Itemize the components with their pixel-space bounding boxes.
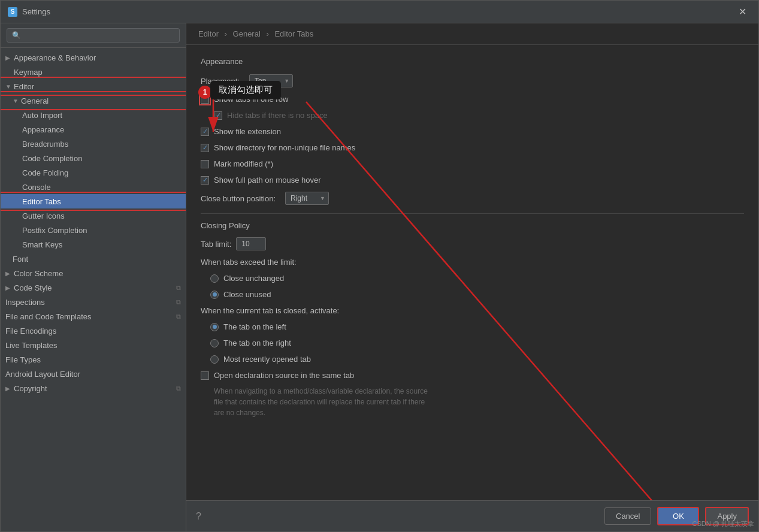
- sidebar-item-label: Inspections: [5, 298, 45, 307]
- show-full-path-label[interactable]: Show full path on mouse hover: [201, 176, 321, 185]
- window-body: ▶ Appearance & Behavior Keymap ▼ Editor …: [1, 23, 758, 531]
- show-tabs-one-row-label[interactable]: Show tabs in one row: [201, 95, 288, 104]
- sidebar-item-gutter-icons[interactable]: Gutter Icons: [1, 208, 186, 223]
- expand-arrow: ▼: [5, 83, 13, 90]
- cancel-button[interactable]: Cancel: [604, 507, 651, 525]
- sidebar-item-label: Editor: [14, 82, 34, 91]
- sidebar-item-copyright[interactable]: ▶ Copyright ⧉: [1, 381, 186, 395]
- show-file-extension-label[interactable]: Show file extension: [201, 127, 281, 136]
- closing-policy-section-title: Closing Policy: [201, 213, 744, 230]
- copy-icon: ⧉: [176, 385, 181, 392]
- sidebar-item-appearance-behavior[interactable]: ▶ Appearance & Behavior: [1, 50, 186, 65]
- close-unchanged-label[interactable]: Close unchanged: [210, 274, 284, 283]
- show-directory-row: Show directory for non-unique file names: [201, 142, 744, 153]
- copy-icon: ⧉: [176, 298, 181, 306]
- close-unused-label[interactable]: Close unused: [210, 290, 271, 299]
- breadcrumb-sep2: ›: [266, 29, 268, 38]
- apply-button[interactable]: Apply: [705, 507, 749, 525]
- sidebar-item-code-completion[interactable]: Code Completion: [1, 151, 186, 165]
- appearance-section-title: Appearance: [201, 57, 744, 66]
- close-unchanged-radio[interactable]: [210, 274, 219, 283]
- tab-on-right-label[interactable]: The tab on the right: [210, 338, 291, 347]
- sidebar-item-file-types[interactable]: File Types: [1, 352, 186, 367]
- placement-select[interactable]: Top Bottom Left Right: [249, 74, 293, 87]
- sidebar-item-postfix-completion[interactable]: Postfix Completion: [1, 223, 186, 237]
- show-directory-checkbox[interactable]: [201, 144, 209, 152]
- mark-modified-label[interactable]: Mark modified (*): [201, 159, 273, 168]
- sidebar-item-code-folding[interactable]: Code Folding: [1, 165, 186, 180]
- sidebar-item-console[interactable]: Console: [1, 180, 186, 194]
- tab-limit-label: Tab limit:: [201, 240, 231, 249]
- tab-on-right-row: The tab on the right: [201, 337, 744, 349]
- mark-modified-row: Mark modified (*): [201, 158, 744, 170]
- tab-on-left-radio[interactable]: [210, 323, 219, 331]
- tab-limit-input[interactable]: [236, 237, 266, 250]
- tab-on-left-row: The tab on the left: [201, 321, 744, 332]
- bottom-bar: ? Cancel OK Apply CSDN @ 扎哇太茨拿: [186, 500, 758, 531]
- sidebar-item-file-encodings[interactable]: File Encodings: [1, 324, 186, 338]
- sidebar-item-editor-tabs[interactable]: Editor Tabs: [1, 194, 186, 208]
- open-declaration-row: Open declaration source in the same tab: [201, 370, 744, 381]
- breadcrumb-editor: Editor: [198, 29, 219, 38]
- close-button-position-select[interactable]: Right Left Hidden: [285, 192, 329, 205]
- sidebar-item-code-style[interactable]: ▶ Code Style ⧉: [1, 280, 186, 295]
- tab-on-right-radio[interactable]: [210, 339, 219, 347]
- sidebar-item-label: Keymap: [14, 68, 43, 77]
- breadcrumb-sep1: ›: [225, 29, 227, 38]
- placement-select-wrapper[interactable]: Top Bottom Left Right: [244, 74, 293, 87]
- ok-button[interactable]: OK: [657, 507, 699, 525]
- help-button[interactable]: ?: [196, 511, 201, 522]
- placement-label: Placement:: [201, 77, 240, 86]
- close-button-position-select-wrapper[interactable]: Right Left Hidden: [280, 192, 329, 205]
- show-tabs-one-row-checkbox[interactable]: [201, 95, 209, 104]
- sidebar-item-font[interactable]: Font: [1, 252, 186, 266]
- sidebar-item-appearance[interactable]: Appearance: [1, 122, 186, 137]
- most-recently-opened-label[interactable]: Most recently opened tab: [210, 355, 311, 364]
- open-declaration-label[interactable]: Open declaration source in the same tab: [201, 371, 354, 380]
- sidebar-item-label: Appearance: [22, 125, 64, 134]
- sidebar-item-label: File and Code Templates: [5, 312, 92, 321]
- when-current-tab-row: When the current tab is closed, activate…: [201, 305, 744, 316]
- close-unused-radio[interactable]: [210, 291, 219, 299]
- breadcrumb-editor-tabs: Editor Tabs: [274, 29, 313, 38]
- sidebar-item-smart-keys[interactable]: Smart Keys: [1, 237, 186, 252]
- sidebar-item-label: Color Scheme: [14, 269, 63, 278]
- sidebar-item-label: Editor Tabs: [22, 197, 61, 206]
- show-directory-label[interactable]: Show directory for non-unique file names: [201, 143, 355, 152]
- close-unused-row: Close unused: [201, 289, 744, 300]
- sidebar-item-general[interactable]: ▼ General: [1, 93, 186, 108]
- sidebar-item-android-layout-editor[interactable]: Android Layout Editor: [1, 367, 186, 381]
- sidebar-item-live-templates[interactable]: Live Templates: [1, 338, 186, 352]
- sidebar-item-inspections[interactable]: Inspections ⧉: [1, 295, 186, 309]
- hide-tabs-row: Hide tabs if there is no space: [201, 110, 744, 121]
- sidebar-item-editor[interactable]: ▼ Editor: [1, 79, 186, 93]
- sidebar-item-keymap[interactable]: Keymap: [1, 65, 186, 79]
- copy-icon: ⧉: [176, 313, 181, 321]
- tab-limit-row: Tab limit:: [201, 236, 744, 252]
- most-recently-opened-radio[interactable]: [210, 355, 219, 364]
- when-tabs-exceed-label: When tabs exceed the limit:: [201, 258, 297, 267]
- close-button[interactable]: ✕: [734, 4, 751, 20]
- hide-tabs-checkbox[interactable]: [214, 111, 222, 120]
- show-tabs-one-row-row: Show tabs in one row: [201, 93, 744, 105]
- sidebar-item-file-and-code-templates[interactable]: File and Code Templates ⧉: [1, 309, 186, 324]
- sidebar-item-label: File Encodings: [5, 327, 56, 335]
- expand-arrow: ▶: [5, 270, 13, 277]
- expand-arrow: ▶: [5, 55, 13, 61]
- sidebar-item-breadcrumbs[interactable]: Breadcrumbs: [1, 137, 186, 151]
- sidebar-item-label: Breadcrumbs: [22, 140, 68, 149]
- mark-modified-checkbox[interactable]: [201, 160, 209, 168]
- open-declaration-checkbox[interactable]: [201, 371, 209, 380]
- expand-arrow: ▼: [13, 98, 20, 104]
- expand-arrow: ▶: [5, 385, 13, 392]
- placement-row: Placement: Top Bottom Left Right: [201, 73, 744, 89]
- show-file-extension-checkbox[interactable]: [201, 128, 209, 136]
- tab-on-left-label[interactable]: The tab on the left: [210, 322, 286, 331]
- search-input[interactable]: [7, 28, 180, 43]
- content-area: 1 取消勾选即可: [186, 45, 758, 500]
- sidebar-item-auto-import[interactable]: Auto Import: [1, 108, 186, 122]
- search-box: [1, 23, 186, 48]
- sidebar-item-color-scheme[interactable]: ▶ Color Scheme: [1, 266, 186, 280]
- hide-tabs-label[interactable]: Hide tabs if there is no space: [214, 111, 328, 120]
- show-full-path-checkbox[interactable]: [201, 176, 209, 185]
